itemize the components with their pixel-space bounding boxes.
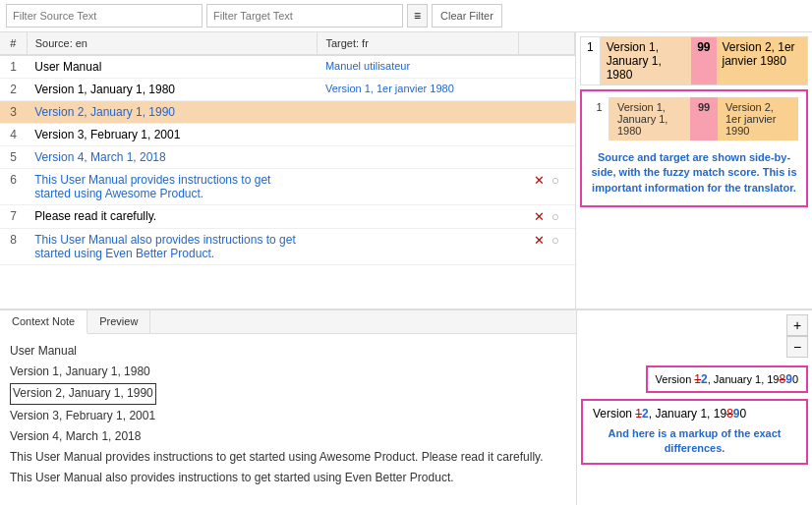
right-panel: 1 Version 1, January 1, 1980 99 Version …: [576, 32, 812, 309]
fuzzy-row-num: 1: [590, 97, 609, 140]
cell-icons: ✕ ○: [519, 169, 575, 205]
preview-item: Version 3, February 1, 2001: [10, 407, 566, 425]
tab-bar: Context Note Preview: [0, 310, 576, 334]
bottom-section: Context Note Preview User ManualVersion …: [0, 309, 812, 505]
cell-icons: [519, 146, 575, 169]
preview-item: This User Manual provides instructions t…: [10, 448, 566, 467]
fuzzy-target-text: Version 2, 1er janvier 1990: [718, 97, 798, 140]
cell-num: 1: [0, 55, 27, 79]
cell-target: [318, 205, 519, 229]
filter-source-input[interactable]: [6, 4, 203, 28]
fuzzy-mini-score: 99: [691, 37, 716, 84]
table-row[interactable]: 5Version 4, March 1, 2018: [0, 146, 575, 169]
table-row[interactable]: 2Version 1, January 1, 1980Version 1, 1e…: [0, 79, 575, 101]
cell-icons: [519, 124, 575, 146]
accept-icon[interactable]: ○: [551, 233, 559, 248]
col-source: Source: en: [27, 32, 318, 55]
cell-target: [318, 229, 519, 265]
table-row[interactable]: 6This User Manual provides instructions …: [0, 169, 575, 205]
fuzzy-mini-target: Version 2, 1er janvier 1980: [717, 37, 807, 84]
filter-icon-button[interactable]: ≡: [407, 4, 428, 28]
filter-bar: ≡ Clear Filter: [0, 0, 812, 32]
cell-num: 8: [0, 229, 27, 265]
cell-source: User Manual: [27, 55, 318, 79]
cell-icons: ✕ ○: [519, 229, 575, 265]
cell-source: Version 4, March 1, 2018: [27, 146, 318, 169]
cell-num: 3: [0, 101, 27, 124]
fuzzy-mini-source: Version 1, January 1, 1980: [601, 37, 691, 84]
filter-list-icon: ≡: [414, 9, 421, 23]
table-row[interactable]: 3Version 2, January 1, 1990: [0, 101, 575, 124]
diff-bottom-ins-2: 9: [733, 407, 740, 421]
cell-source: Version 1, January 1, 1980: [27, 79, 318, 101]
fuzzy-score: 99: [690, 97, 718, 140]
filter-target-input[interactable]: [206, 4, 403, 28]
col-target: Target: fr: [318, 32, 519, 55]
cell-target: [318, 146, 519, 169]
cell-target: Version 1, 1er janvier 1980: [318, 79, 519, 101]
cell-num: 5: [0, 146, 27, 169]
reject-icon[interactable]: ✕: [534, 209, 545, 224]
preview-item: Version 1, January 1, 1980: [10, 363, 566, 381]
diff-box-bottom: Version 12, January 1, 19890 And here is…: [581, 399, 808, 465]
tab-preview[interactable]: Preview: [87, 310, 150, 333]
bottom-right: + − Version 12, January 1, 19890 Version…: [576, 310, 812, 505]
diff-text: Version 12, January 1, 19890: [593, 407, 796, 421]
cell-icons: [519, 101, 575, 124]
diff-ins-2: 9: [785, 372, 792, 386]
accept-icon[interactable]: ○: [551, 209, 559, 224]
table-section[interactable]: # Source: en Target: fr 1User ManualManu…: [0, 32, 576, 309]
content-area: # Source: en Target: fr 1User ManualManu…: [0, 32, 812, 309]
preview-item: User Manual: [10, 342, 566, 361]
diff-ins-1: 2: [701, 372, 708, 386]
diff-box-top: Version 12, January 1, 19890: [646, 365, 808, 393]
clear-filter-button[interactable]: Clear Filter: [432, 4, 502, 28]
cell-icons: ✕ ○: [519, 205, 575, 229]
reject-icon[interactable]: ✕: [534, 173, 545, 188]
accept-icon[interactable]: ○: [551, 173, 559, 188]
fuzzy-header: 1 Version 1, January 1, 1980 99 Version …: [590, 97, 798, 140]
zoom-out-button[interactable]: −: [786, 336, 808, 358]
cell-num: 7: [0, 205, 27, 229]
col-icons: [519, 32, 575, 55]
table-row[interactable]: 8This User Manual also provides instruct…: [0, 229, 575, 265]
cell-target: [318, 124, 519, 146]
zoom-controls: + −: [786, 314, 808, 358]
reject-icon[interactable]: ✕: [534, 233, 545, 248]
cell-icons: [519, 79, 575, 101]
table-row[interactable]: 7Please read it carefully.✕ ○: [0, 205, 575, 229]
cell-target: Manuel utilisateur: [318, 55, 519, 79]
app-container: ≡ Clear Filter # Source: en Target: fr 1…: [0, 0, 812, 505]
diff-bottom-ins-1: 2: [642, 407, 649, 421]
fuzzy-source-text: Version 1, January 1, 1980: [609, 97, 690, 140]
cell-num: 2: [0, 79, 27, 101]
fuzzy-tooltip: 1 Version 1, January 1, 1980 99 Version …: [580, 89, 808, 207]
cell-num: 4: [0, 124, 27, 146]
cell-source: Version 3, February 1, 2001: [27, 124, 318, 146]
col-num: #: [0, 32, 27, 55]
bottom-left: Context Note Preview User ManualVersion …: [0, 310, 576, 505]
cell-target: [318, 169, 519, 205]
main-table: # Source: en Target: fr 1User ManualManu…: [0, 32, 575, 265]
table-row[interactable]: 4Version 3, February 1, 2001: [0, 124, 575, 146]
cell-source: This User Manual also provides instructi…: [27, 229, 318, 265]
diff-description: And here is a markup of the exact differ…: [593, 426, 796, 457]
table-row[interactable]: 1User ManualManuel utilisateur: [0, 55, 575, 79]
preview-item: Version 4, March 1, 2018: [10, 427, 566, 446]
cell-source: This User Manual provides instructions t…: [27, 169, 318, 205]
cell-source: Version 2, January 1, 1990: [27, 101, 318, 124]
preview-item: This User Manual also provides instructi…: [10, 469, 566, 487]
cell-num: 6: [0, 169, 27, 205]
cell-target: [318, 101, 519, 124]
preview-item: Version 2, January 1, 1990: [10, 383, 156, 404]
tab-context-note[interactable]: Context Note: [0, 310, 87, 334]
preview-content: User ManualVersion 1, January 1, 1980Ver…: [0, 334, 576, 505]
diff-bottom-del-2: 8: [726, 407, 733, 421]
fuzzy-description: Source and target are shown side-by-side…: [590, 146, 798, 199]
fuzzy-mini-num: 1: [581, 37, 601, 84]
zoom-in-button[interactable]: +: [786, 314, 808, 336]
cell-source: Please read it carefully.: [27, 205, 318, 229]
cell-icons: [519, 55, 575, 79]
